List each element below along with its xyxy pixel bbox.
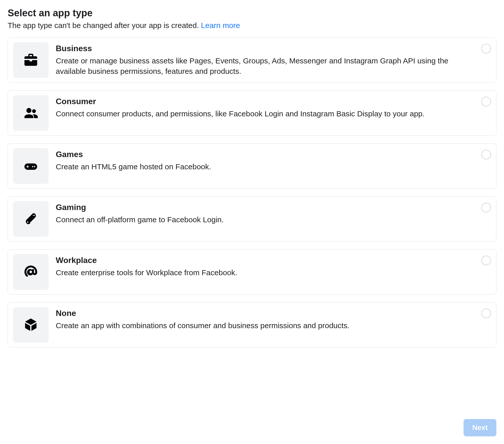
option-body: Workplace Create enterprise tools for Wo… [56, 254, 474, 278]
option-radio-none[interactable] [481, 309, 491, 318]
option-body: Business Create or manage business asset… [56, 42, 474, 76]
option-radio-consumer[interactable] [481, 97, 491, 106]
app-type-options-list: Business Create or manage business asset… [8, 37, 496, 348]
footer: Next [464, 419, 496, 436]
option-title: Games [56, 150, 474, 159]
option-radio-gaming[interactable] [481, 203, 491, 212]
option-radio-workplace[interactable] [481, 256, 491, 265]
option-title: Consumer [56, 97, 474, 106]
option-games[interactable]: Games Create an HTML5 game hosted on Fac… [8, 143, 496, 189]
option-workplace[interactable]: Workplace Create enterprise tools for Wo… [8, 249, 496, 295]
page-subtitle-text: The app type can't be changed after your… [8, 21, 201, 30]
option-radio-games[interactable] [481, 150, 491, 159]
joystick-icon [13, 201, 49, 237]
gamepad-icon [13, 148, 49, 184]
cube-icon [13, 307, 49, 343]
option-description: Create an app with combinations of consu… [56, 321, 474, 331]
option-description: Create enterprise tools for Workplace fr… [56, 268, 474, 278]
option-description: Create or manage business assets like Pa… [56, 56, 474, 76]
option-title: Business [56, 44, 474, 53]
briefcase-icon [13, 42, 49, 78]
option-title: None [56, 309, 474, 318]
option-description: Connect an off-platform game to Facebook… [56, 215, 474, 225]
option-none[interactable]: None Create an app with combinations of … [8, 302, 496, 348]
option-business[interactable]: Business Create or manage business asset… [8, 37, 496, 83]
workplace-icon [13, 254, 49, 290]
people-icon [13, 95, 49, 131]
option-description: Connect consumer products, and permissio… [56, 109, 474, 119]
option-consumer[interactable]: Consumer Connect consumer products, and … [8, 90, 496, 136]
page-title: Select an app type [8, 8, 496, 19]
learn-more-link[interactable]: Learn more [201, 21, 240, 30]
option-body: Consumer Connect consumer products, and … [56, 95, 474, 119]
option-body: None Create an app with combinations of … [56, 307, 474, 331]
option-body: Gaming Connect an off-platform game to F… [56, 201, 474, 225]
page-subtitle: The app type can't be changed after your… [8, 21, 496, 30]
option-radio-business[interactable] [481, 44, 491, 53]
option-title: Gaming [56, 203, 474, 212]
option-title: Workplace [56, 256, 474, 265]
option-gaming[interactable]: Gaming Connect an off-platform game to F… [8, 196, 496, 242]
option-description: Create an HTML5 game hosted on Facebook. [56, 162, 474, 172]
next-button[interactable]: Next [464, 419, 496, 436]
option-body: Games Create an HTML5 game hosted on Fac… [56, 148, 474, 172]
